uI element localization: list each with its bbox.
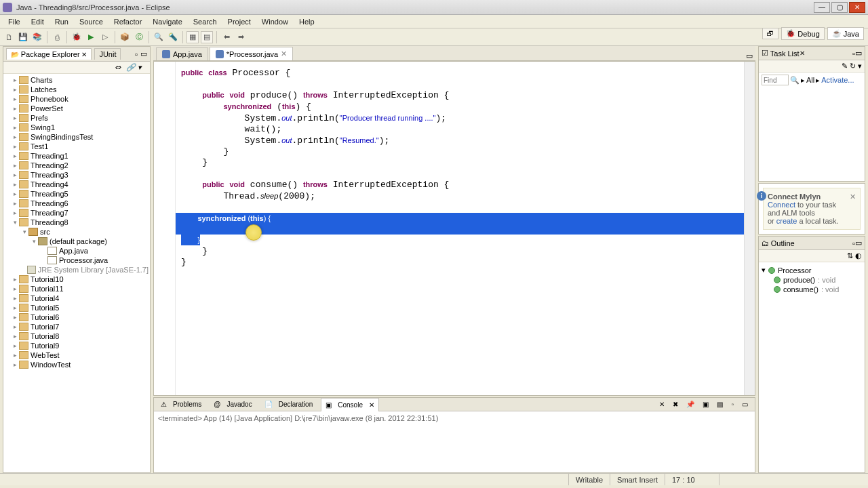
menu-file[interactable]: File [3, 16, 26, 27]
menu-source[interactable]: Source [74, 16, 108, 27]
tree-item[interactable]: ▸Threading2 [3, 161, 150, 170]
tree-item[interactable]: ▾src [3, 227, 150, 237]
tree-item[interactable]: ▸WebTest [3, 350, 150, 360]
save-all-icon[interactable]: 📚 [31, 31, 43, 43]
tree-item[interactable]: ▸Tutorial9 [3, 341, 150, 350]
task-activate-link[interactable]: Activate... [821, 76, 854, 84]
tree-item[interactable]: ▸Prefs [3, 113, 150, 123]
task-find-input[interactable] [762, 75, 789, 85]
view-max-icon[interactable]: ▭ [855, 49, 862, 58]
display-console-icon[interactable]: ▣ [698, 399, 713, 409]
menu-edit[interactable]: Edit [26, 16, 50, 27]
tree-item[interactable]: ▸Tutorial10 [3, 274, 150, 284]
code-editor[interactable]: public class Processor { public void pro… [153, 61, 755, 396]
mylyn-create-link[interactable]: create [776, 217, 797, 225]
open-console-icon[interactable]: ▤ [713, 399, 727, 409]
menu-navigate[interactable]: Navigate [147, 16, 187, 27]
console-max-icon[interactable]: ▭ [738, 399, 752, 409]
declaration-tab[interactable]: 📄 Declaration [260, 398, 321, 411]
outline-method-produce[interactable]: produce() : void [762, 275, 862, 285]
menu-search[interactable]: Search [188, 16, 222, 27]
filter-icon[interactable]: ◐ [855, 251, 862, 260]
menu-run[interactable]: Run [50, 16, 74, 27]
remove-all-icon[interactable]: ✖ [669, 399, 682, 409]
tree-item[interactable]: ▸Threading6 [3, 199, 150, 208]
editor-max-icon[interactable]: ▭ [746, 52, 753, 60]
close-button[interactable]: ✕ [849, 2, 865, 13]
tree-item[interactable]: ▸Tutorial5 [3, 303, 150, 312]
menu-project[interactable]: Project [222, 16, 256, 27]
tree-item[interactable]: ▸Phonebook [3, 94, 150, 104]
tree-item[interactable]: ▸Threading3 [3, 170, 150, 180]
maximize-button[interactable]: ▢ [831, 2, 848, 13]
maximize-view-icon[interactable]: ▭ [140, 49, 147, 58]
sort-icon[interactable]: ⇅ [847, 251, 853, 260]
tree-item[interactable]: ▸Test1 [3, 142, 150, 151]
junit-tab[interactable]: JUnit [94, 48, 121, 60]
save-icon[interactable]: 💾 [17, 31, 29, 43]
tree-item[interactable]: ▸Threading1 [3, 151, 150, 161]
tree-item[interactable]: ▸Latches [3, 85, 150, 94]
console-tab[interactable]: ▣ Console ✕ [321, 398, 379, 411]
new-icon[interactable]: 🗋 [3, 31, 15, 43]
toggle-mark-icon[interactable]: ▦ [186, 31, 199, 43]
tree-item[interactable]: ▸Threading7 [3, 208, 150, 218]
tree-item[interactable]: ▾(default package) [3, 237, 150, 246]
tree-item[interactable]: ▸WindowTest [3, 360, 150, 369]
tree-item[interactable]: ▸Charts [3, 75, 150, 85]
search-icon[interactable]: 🔍 [790, 76, 800, 85]
mylyn-connect-link[interactable]: Connect [768, 201, 795, 209]
debug-icon[interactable]: 🐞 [71, 31, 83, 43]
forward-icon[interactable]: ➡ [235, 31, 247, 43]
editor-tab[interactable]: App.java [156, 47, 208, 60]
outline-max-icon[interactable]: ▭ [855, 239, 862, 247]
tree-item[interactable]: ▸SwingBindingsTest [3, 132, 150, 142]
menu-help[interactable]: Help [294, 16, 320, 27]
task-sync-icon[interactable]: ↻ [850, 62, 856, 70]
task-all-label[interactable]: All [806, 76, 814, 84]
new-class-icon[interactable]: Ⓒ [133, 31, 145, 43]
tree-item[interactable]: ▸Tutorial8 [3, 331, 150, 341]
mylyn-close-icon[interactable]: ✕ [850, 192, 856, 201]
console-min-icon[interactable]: ▫ [727, 399, 738, 409]
run-last-icon[interactable]: ▷ [99, 31, 111, 43]
menu-refactor[interactable]: Refactor [108, 16, 148, 27]
tree-item[interactable]: ▸Threading4 [3, 180, 150, 189]
editor-tab[interactable]: *Processor.java ✕ [210, 47, 293, 60]
javadoc-tab[interactable]: @ Javadoc [210, 398, 260, 411]
view-menu-icon[interactable]: ▾ [138, 63, 147, 73]
package-explorer-tab[interactable]: 📂 Package Explorer ✕ [6, 48, 92, 60]
tree-item[interactable]: ▸Tutorial4 [3, 293, 150, 303]
link-editor-icon[interactable]: 🔗 [126, 63, 136, 73]
task-collapse-icon[interactable]: ▾ [858, 62, 862, 70]
java-perspective[interactable]: ☕Java [827, 27, 864, 40]
clear-console-icon[interactable]: ✕ [655, 399, 669, 409]
code-area[interactable]: public class Processor { public void pro… [181, 62, 744, 395]
outline-method-consume[interactable]: consume() : void [762, 285, 862, 294]
open-perspective-button[interactable]: 🗗 [762, 28, 778, 39]
toggle-breadcrumb-icon[interactable]: ▤ [201, 31, 213, 43]
search-icon[interactable]: 🔦 [167, 31, 179, 43]
tree-item[interactable]: JRE System Library [JavaSE-1.7] [3, 265, 150, 274]
minimize-view-icon[interactable]: ▫ [135, 50, 138, 58]
tree-item[interactable]: ▸Threading5 [3, 189, 150, 199]
tree-item[interactable]: App.java [3, 246, 150, 256]
tree-item[interactable]: ▸Tutorial6 [3, 312, 150, 322]
run-icon[interactable]: ▶ [85, 31, 97, 43]
menu-window[interactable]: Window [256, 16, 294, 27]
open-type-icon[interactable]: 🔍 [153, 31, 165, 43]
outline-class[interactable]: ▾ Processor [762, 265, 862, 275]
new-package-icon[interactable]: 📦 [119, 31, 131, 43]
project-tree[interactable]: ▸Charts▸Latches▸Phonebook▸PowerSet▸Prefs… [3, 74, 150, 472]
vertical-scrollbar[interactable] [744, 62, 755, 395]
tree-item[interactable]: Processor.java [3, 256, 150, 265]
print-icon[interactable]: ⎙ [51, 31, 63, 43]
problems-tab[interactable]: ⚠ Problems [157, 398, 210, 411]
pin-console-icon[interactable]: 📌 [682, 399, 698, 409]
collapse-all-icon[interactable]: ⇔ [115, 63, 124, 73]
tree-item[interactable]: ▸Tutorial7 [3, 322, 150, 331]
tree-item[interactable]: ▸Swing1 [3, 123, 150, 132]
back-icon[interactable]: ⬅ [220, 31, 233, 43]
task-new-icon[interactable]: ✎ [842, 62, 848, 70]
debug-perspective[interactable]: 🐞Debug [781, 27, 824, 40]
